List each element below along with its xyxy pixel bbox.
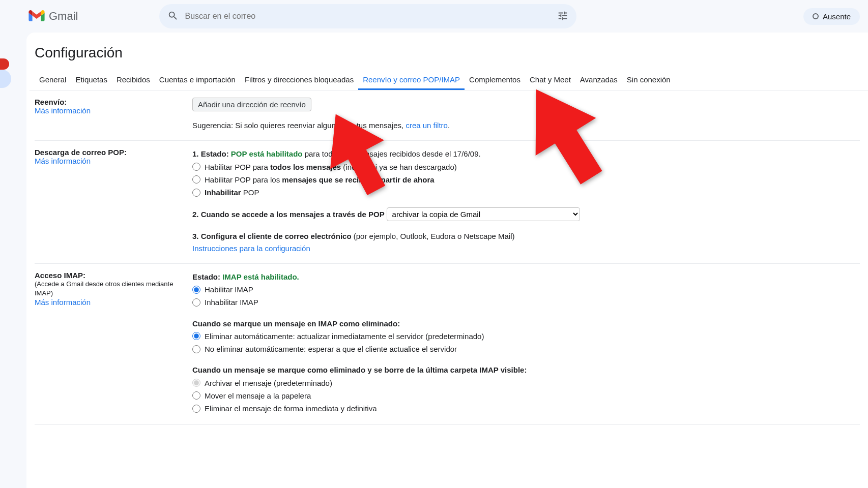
forwarding-title: Reenvío:	[35, 98, 182, 106]
imap-del-radio-auto[interactable]	[192, 332, 200, 340]
tab-accounts[interactable]: Cuentas e importación	[155, 70, 240, 90]
imap-lf-option-archive[interactable]: Archivar el mensaje (predeterminado)	[192, 377, 860, 389]
pop-option-disable[interactable]: Inhabilitar POP	[192, 187, 860, 198]
pop-enabled-status: POP está habilitado	[231, 149, 303, 158]
tab-addons[interactable]: Complementos	[465, 70, 525, 90]
section-pop: Descarga de correo POP: Más información …	[35, 141, 860, 264]
forwarding-tip-text: Sugerencia: Si solo quieres reenviar alg…	[192, 121, 406, 130]
imap-del-option-auto[interactable]: Eliminar automáticamente: actualizar inm…	[192, 330, 860, 342]
imap-radio-disable[interactable]	[192, 298, 200, 307]
imap-lf-option-delete[interactable]: Eliminar el mensaje de forma inmediata y…	[192, 403, 860, 414]
status-away-icon	[813, 13, 819, 19]
pop-configure-link[interactable]: Instrucciones para la configuración	[192, 242, 860, 254]
pop-option-now[interactable]: Habilitar POP para los mensajes que se r…	[192, 174, 860, 186]
imap-lf-option-trash[interactable]: Mover el mensaje a la papelera	[192, 390, 860, 402]
imap-status-line: Estado: IMAP está habilitado.	[192, 271, 860, 283]
imap-del-radio-wait[interactable]	[192, 345, 200, 353]
imap-enabled-status: IMAP está habilitado.	[222, 272, 299, 281]
settings-tabs: General Etiquetas Recibidos Cuentas e im…	[30, 70, 868, 90]
pop-radio-all[interactable]	[192, 163, 200, 171]
imap-lastfolder-header: Cuando un mensaje se marque como elimina…	[192, 364, 860, 376]
tab-filters[interactable]: Filtros y direcciones bloqueadas	[240, 70, 358, 90]
add-forwarding-address-button[interactable]: Añadir una dirección de reenvío	[192, 98, 311, 111]
main-content: Configuración General Etiquetas Recibido…	[26, 33, 868, 488]
presence-status-button[interactable]: Ausente	[803, 8, 860, 25]
sidebar-badge	[0, 58, 9, 70]
search-bar[interactable]	[159, 4, 576, 28]
tab-labels[interactable]: Etiquetas	[71, 70, 112, 90]
forwarding-tip-suffix: .	[448, 121, 450, 130]
pop-option-all[interactable]: Habilitar POP para todos los mensajes (i…	[192, 161, 860, 173]
pop-radio-disable[interactable]	[192, 189, 200, 197]
section-imap: Acceso IMAP: (Accede a Gmail desde otros…	[35, 264, 860, 425]
pop-status-line: 1. Estado: POP está habilitado para todo…	[192, 148, 860, 160]
imap-option-disable[interactable]: Inhabilitar IMAP	[192, 296, 860, 308]
tab-chat-meet[interactable]: Chat y Meet	[525, 70, 575, 90]
logo-area[interactable]: Gmail	[8, 10, 78, 23]
imap-lf-radio-trash[interactable]	[192, 391, 200, 400]
forwarding-more-info-link[interactable]: Más información	[35, 106, 182, 115]
page-title: Configuración	[30, 43, 868, 70]
pop-title: Descarga de correo POP:	[35, 148, 182, 157]
top-bar: Gmail Ausente	[0, 0, 868, 33]
pop-access-select[interactable]: archivar la copia de Gmail	[387, 207, 580, 221]
pop-radio-now[interactable]	[192, 175, 200, 184]
section-forwarding: Reenvío: Más información Añadir una dire…	[35, 90, 860, 141]
imap-more-info-link[interactable]: Más información	[35, 298, 182, 307]
imap-deleted-header: Cuando se marque un mensaje en IMAP como…	[192, 318, 860, 329]
imap-lf-radio-archive[interactable]	[192, 379, 200, 387]
imap-lf-radio-delete[interactable]	[192, 405, 200, 413]
sidebar-active-hint	[0, 70, 11, 88]
imap-option-enable[interactable]: Habilitar IMAP	[192, 284, 860, 295]
imap-radio-enable[interactable]	[192, 286, 200, 294]
app-name: Gmail	[49, 10, 78, 23]
forwarding-tip: Sugerencia: Si solo quieres reenviar alg…	[192, 119, 860, 131]
create-filter-link[interactable]: crea un filtro	[406, 121, 448, 130]
imap-title: Acceso IMAP:	[35, 271, 182, 280]
tab-general[interactable]: General	[35, 70, 71, 90]
status-text: Ausente	[823, 12, 851, 21]
imap-del-option-wait[interactable]: No eliminar automáticamente: esperar a q…	[192, 343, 860, 355]
pop-access-row: 2. Cuando se accede a los mensajes a tra…	[192, 207, 860, 221]
tab-inbox[interactable]: Recibidos	[112, 70, 155, 90]
pop-configure-row: 3. Configura el cliente de correo electr…	[192, 230, 860, 242]
tab-advanced[interactable]: Avanzadas	[575, 70, 622, 90]
tab-forwarding-pop-imap[interactable]: Reenvío y correo POP/IMAP	[358, 70, 465, 90]
imap-subtitle: (Accede a Gmail desde otros clientes med…	[35, 280, 182, 298]
tune-icon[interactable]	[557, 10, 568, 23]
gmail-logo-icon	[28, 10, 45, 22]
search-icon	[167, 10, 179, 23]
pop-more-info-link[interactable]: Más información	[35, 157, 182, 165]
tab-offline[interactable]: Sin conexión	[622, 70, 675, 90]
search-input[interactable]	[185, 12, 557, 21]
